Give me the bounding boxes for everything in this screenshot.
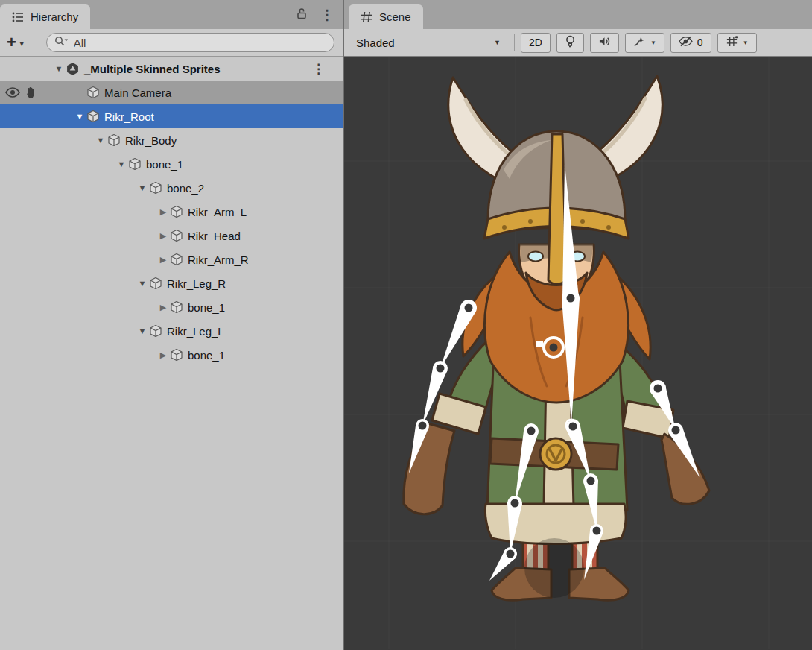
- scene-effects-button[interactable]: ▼: [625, 33, 664, 53]
- tab-hierarchy-label: Hierarchy: [31, 10, 78, 23]
- bulb-icon: [565, 35, 576, 50]
- magnifier-icon: [54, 36, 69, 49]
- tree-row-label: Rikr_Head: [188, 230, 241, 242]
- tree-row-rikr-head[interactable]: ▶Rikr_Head: [0, 224, 343, 247]
- bone-joint-dot: [593, 527, 601, 535]
- hierarchy-toolbar: + ▼: [0, 29, 343, 57]
- foldout-expanded-icon[interactable]: ▼: [94, 136, 107, 145]
- bone-joint-dot: [569, 423, 577, 431]
- bone-joint-dot: [465, 304, 473, 312]
- cube-icon: [149, 181, 162, 195]
- tab-scene[interactable]: Scene: [349, 4, 423, 29]
- bone-joint-dot: [437, 365, 445, 373]
- tree-row-label: Rikr_Leg_R: [167, 277, 226, 290]
- tree-row-rikr-body[interactable]: ▼Rikr_Body: [0, 128, 343, 152]
- cube-icon: [86, 110, 100, 123]
- foldout-expanded-icon[interactable]: ▼: [136, 326, 149, 335]
- tab-scene-label: Scene: [379, 10, 411, 23]
- cube-icon: [170, 348, 183, 362]
- cube-icon: [149, 324, 162, 338]
- list-icon: [12, 12, 24, 22]
- tree-row-label: Rikr_Root: [104, 110, 154, 123]
- shading-mode-label: Shaded: [356, 37, 395, 49]
- shading-mode-dropdown[interactable]: Shaded ▼: [349, 29, 508, 56]
- plus-icon: +: [7, 35, 16, 50]
- foldout-collapsed-icon[interactable]: ▶: [156, 303, 170, 312]
- chevron-down-icon: ▼: [650, 40, 656, 46]
- chevron-down-icon: ▼: [743, 40, 749, 46]
- kebab-menu-icon[interactable]: ⋮: [320, 8, 334, 22]
- tree-row-label: Rikr_Leg_L: [167, 325, 224, 338]
- hierarchy-tabbar: Hierarchy ⋮: [0, 0, 343, 29]
- hidden-objects-button[interactable]: 0: [670, 33, 711, 53]
- tree-row-multiple-skinned-sprites[interactable]: ▼_Multiple Skinned Sprites⋮: [0, 57, 343, 81]
- foldout-expanded-icon[interactable]: ▼: [136, 279, 149, 288]
- scene-options-kebab-icon[interactable]: ⋮: [312, 61, 325, 77]
- foldout-expanded-icon[interactable]: ▼: [115, 160, 128, 168]
- tree-row-bone-2[interactable]: ▼bone_2: [0, 176, 343, 200]
- cube-icon: [86, 86, 100, 99]
- tree-row-rikr-arm-r[interactable]: ▶Rikr_Arm_R: [0, 247, 343, 271]
- chevron-down-icon: ▼: [494, 39, 501, 46]
- tree-row-rikr-root[interactable]: ▼Rikr_Root: [0, 104, 343, 128]
- scene-lighting-button[interactable]: [556, 33, 584, 53]
- foldout-collapsed-icon[interactable]: ▶: [156, 207, 170, 217]
- scene-audio-button[interactable]: [590, 33, 619, 53]
- hierarchy-panel: Hierarchy ⋮ + ▼ ▼_Multipl: [0, 0, 343, 650]
- root-gizmo-disc[interactable]: [524, 538, 584, 598]
- bone-joint-dot: [567, 294, 575, 303]
- tree-row-rikr-leg-l[interactable]: ▼Rikr_Leg_L: [0, 319, 343, 343]
- create-menu-button[interactable]: + ▼: [7, 35, 25, 50]
- tree-row-bone-1[interactable]: ▼bone_1: [0, 152, 343, 176]
- foldout-expanded-icon[interactable]: ▼: [136, 183, 149, 192]
- tree-row-rikr-leg-r[interactable]: ▼Rikr_Leg_R: [0, 271, 343, 295]
- eye-left: [528, 252, 543, 262]
- visibility-eye-icon[interactable]: [5, 87, 20, 98]
- bone-joint-dot: [419, 422, 427, 430]
- cube-icon: [128, 157, 142, 171]
- tree-row-label: Rikr_Arm_L: [188, 206, 247, 218]
- cube-icon: [170, 300, 183, 314]
- tree-row-bone-1[interactable]: ▶bone_1: [0, 295, 343, 319]
- lock-icon[interactable]: [296, 7, 307, 22]
- belt-buckle: [540, 438, 571, 470]
- bone-joint-dot: [527, 427, 536, 435]
- foldout-expanded-icon[interactable]: ▼: [73, 112, 86, 121]
- chevron-down-icon: ▼: [19, 40, 25, 50]
- grid-icon: [361, 11, 372, 23]
- tab-hierarchy[interactable]: Hierarchy: [0, 4, 90, 29]
- tree-row-rikr-arm-l[interactable]: ▶Rikr_Arm_L: [0, 200, 343, 224]
- tree-row-main-camera[interactable]: Main Camera: [0, 81, 343, 104]
- foldout-collapsed-icon[interactable]: ▶: [156, 350, 170, 360]
- fur-hem: [485, 504, 626, 544]
- toggle-2d-button[interactable]: 2D: [521, 33, 551, 53]
- tree-row-bone-1[interactable]: ▶bone_1: [0, 343, 343, 367]
- foldout-expanded-icon[interactable]: ▼: [52, 64, 66, 73]
- shooting-star-icon: [633, 35, 646, 50]
- search-input[interactable]: [74, 37, 326, 49]
- eye-slash-icon: [679, 36, 693, 49]
- bone-joint-dot: [587, 477, 595, 485]
- tree-row-label: _Multiple Skinned Sprites: [84, 63, 221, 75]
- root-joint-handle[interactable]: [536, 341, 543, 347]
- foldout-collapsed-icon[interactable]: ▶: [156, 255, 170, 265]
- scene-toolbar: Shaded ▼ 2D ▼: [344, 29, 812, 57]
- scene-canvas[interactable]: [344, 57, 812, 649]
- grid-settings-button[interactable]: ▼: [717, 33, 757, 53]
- search-field[interactable]: [46, 33, 334, 52]
- tree-row-label: bone_2: [167, 182, 204, 195]
- tree-row-label: bone_1: [146, 158, 183, 171]
- tree-row-label: Rikr_Body: [125, 134, 177, 147]
- tree-row-label: Main Camera: [104, 86, 171, 99]
- scene-viewport[interactable]: [344, 57, 812, 650]
- toolbar-divider: [514, 34, 515, 51]
- cube-icon: [149, 277, 162, 290]
- unity-editor: Hierarchy ⋮ + ▼ ▼_Multipl: [0, 0, 812, 650]
- toggle-2d-label: 2D: [529, 37, 542, 48]
- speaker-icon: [598, 36, 611, 49]
- pick-hand-icon[interactable]: [25, 86, 37, 99]
- foldout-collapsed-icon[interactable]: ▶: [156, 231, 170, 241]
- root-joint-dot: [550, 344, 558, 352]
- cube-icon: [107, 133, 121, 147]
- scene-panel: Scene Shaded ▼ 2D: [343, 0, 812, 650]
